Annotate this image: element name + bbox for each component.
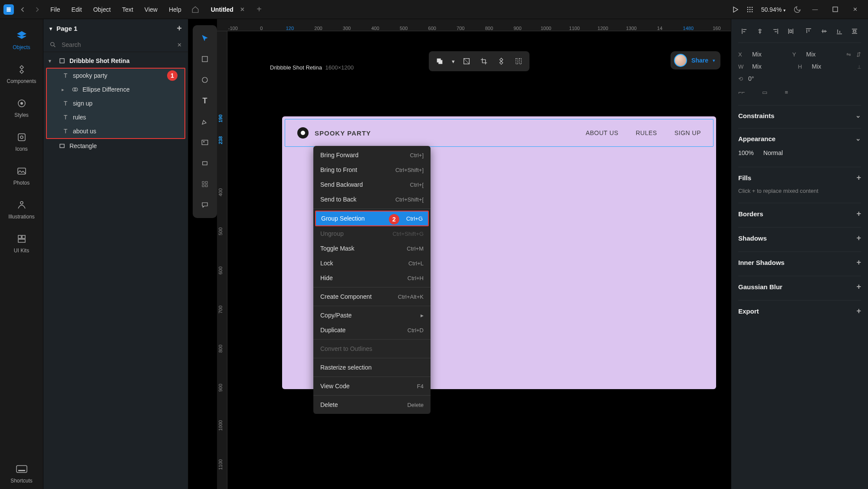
lock-ratio-icon[interactable]: ⟂ — [858, 63, 861, 70]
home-icon[interactable] — [188, 6, 202, 13]
context-menu-item[interactable]: Send BackwardCtrl+[ — [313, 177, 431, 192]
rail-illustrations[interactable]: Illustrations — [0, 194, 43, 225]
align-hcenter-icon[interactable] — [753, 26, 766, 36]
context-menu-item[interactable]: Bring ForwardCtrl+] — [313, 148, 431, 162]
blend-mode-select[interactable]: Normal — [763, 149, 783, 156]
expand-icon[interactable]: ▸ — [62, 87, 68, 93]
context-menu-item[interactable]: Bring to FrontCtrl+Shift+] — [313, 162, 431, 177]
page-selector[interactable]: ▾ Page 1 + — [43, 19, 188, 38]
rotation-input[interactable]: 0° — [748, 75, 861, 82]
layer-item[interactable]: Rectangle — [43, 139, 188, 153]
user-avatar[interactable] — [674, 54, 687, 67]
comment-tool[interactable] — [196, 196, 214, 214]
nav-back-icon[interactable] — [16, 3, 29, 16]
align-bottom-icon[interactable] — [833, 26, 845, 36]
add-border-icon[interactable]: + — [856, 209, 861, 218]
height-input[interactable]: Mix — [812, 63, 853, 70]
width-input[interactable]: Mix — [752, 63, 793, 70]
align-top-icon[interactable] — [802, 26, 815, 36]
rail-shortcuts[interactable]: Shortcuts — [0, 458, 43, 489]
context-menu-item[interactable]: DuplicateCtrl+D — [313, 323, 431, 337]
distribute-v-icon[interactable] — [848, 26, 861, 36]
zoom-level[interactable]: 50.94% ▾ — [761, 6, 786, 13]
opacity-input[interactable]: 100% — [738, 149, 754, 156]
add-shadow-icon[interactable]: + — [856, 234, 861, 243]
context-menu-item[interactable]: Create ComponentCtrl+Alt+K — [313, 289, 431, 304]
layer-search-input[interactable] — [62, 41, 172, 48]
mask-icon[interactable] — [459, 54, 474, 69]
chevron-down-icon[interactable]: ⌄ — [855, 112, 861, 119]
align-right-icon[interactable] — [769, 26, 782, 36]
rail-photos[interactable]: Photos — [0, 160, 43, 191]
add-tab-icon[interactable]: + — [252, 4, 266, 14]
rail-components[interactable]: Components — [0, 58, 43, 89]
crop-icon[interactable] — [477, 54, 491, 69]
rail-styles[interactable]: Styles — [0, 92, 43, 123]
corner-radius-icon[interactable]: ⌐⌐ — [738, 89, 745, 96]
grid-icon[interactable] — [746, 6, 753, 13]
auto-layout-icon[interactable] — [511, 54, 526, 69]
constraints-section[interactable]: Constraints⌄ — [738, 106, 861, 129]
padding-icon[interactable]: ▭ — [762, 89, 767, 96]
context-menu-item[interactable]: View CodeF4 — [313, 379, 431, 393]
add-export-icon[interactable]: + — [856, 307, 861, 316]
share-chip[interactable]: Share ▾ — [671, 51, 720, 69]
context-menu-item[interactable]: HideCtrl+H — [313, 271, 431, 285]
flip-h-icon[interactable]: ⇋ — [846, 51, 851, 58]
context-menu-item[interactable]: DeleteDelete — [313, 397, 431, 412]
frame-name-label[interactable]: Dribbble Shot Retina 1600×1200 — [270, 64, 354, 71]
menu-view[interactable]: View — [140, 3, 162, 16]
layer-item[interactable]: T rules — [47, 110, 184, 124]
component-tool[interactable] — [196, 175, 214, 193]
add-blur-icon[interactable]: + — [856, 282, 861, 291]
clear-search-icon[interactable]: ✕ — [177, 42, 182, 48]
play-icon[interactable] — [732, 6, 739, 13]
dropdown-caret-icon[interactable]: ▾ — [450, 54, 457, 69]
context-menu-item[interactable]: Toggle MaskCtrl+M — [313, 241, 431, 256]
menu-object[interactable]: Object — [89, 3, 115, 16]
theme-toggle-icon[interactable] — [793, 6, 801, 13]
rail-uikits[interactable]: UI Kits — [0, 228, 43, 259]
context-menu-item[interactable]: LockCtrl+L — [313, 256, 431, 271]
boolean-union-icon[interactable] — [432, 54, 447, 69]
layer-item[interactable]: T sign up — [47, 96, 184, 110]
context-menu-item[interactable]: Copy/Paste▸ — [313, 308, 431, 323]
layer-item[interactable]: ▸ Ellipse Difference — [47, 83, 184, 96]
maximize-icon[interactable] — [829, 7, 841, 12]
frame-tool[interactable] — [196, 50, 214, 68]
menu-file[interactable]: File — [46, 3, 65, 16]
add-fill-icon[interactable]: + — [856, 173, 861, 182]
layer-frame-root[interactable]: ▾ Dribbble Shot Retina — [43, 54, 188, 68]
ellipse-tool[interactable] — [196, 71, 214, 89]
flip-v-icon[interactable]: ⇵ — [856, 51, 861, 58]
chevron-down-icon[interactable]: ⌄ — [855, 135, 861, 142]
text-tool[interactable]: T — [196, 92, 214, 109]
image-tool[interactable] — [196, 134, 214, 151]
minimize-icon[interactable]: — — [809, 6, 821, 13]
layer-item[interactable]: T about us — [47, 124, 184, 138]
menu-edit[interactable]: Edit — [67, 3, 86, 16]
rail-icons[interactable]: Icons — [0, 126, 43, 157]
canvas-viewport[interactable]: ▾ Share ▾ Dribbble Shot Retina 1600×1200 — [227, 31, 731, 489]
layer-item[interactable]: T spooky party 1 — [47, 69, 184, 83]
add-inner-shadow-icon[interactable]: + — [856, 258, 861, 267]
artboard-tool[interactable] — [196, 155, 214, 172]
close-tab-icon[interactable]: × — [238, 6, 247, 13]
menu-text[interactable]: Text — [118, 3, 138, 16]
align-vcenter-icon[interactable] — [818, 26, 830, 36]
collapse-icon[interactable]: ▾ — [49, 58, 55, 64]
create-component-icon[interactable] — [494, 54, 509, 69]
nav-forward-icon[interactable] — [31, 3, 43, 16]
align-text-icon[interactable]: ≡ — [785, 89, 788, 96]
pen-tool[interactable] — [196, 113, 214, 130]
align-left-icon[interactable] — [738, 26, 751, 36]
close-window-icon[interactable]: ✕ — [849, 6, 861, 13]
context-menu-item[interactable]: Group Selection2Ctrl+G — [315, 211, 429, 226]
rail-objects[interactable]: Objects — [0, 24, 43, 56]
move-tool[interactable] — [196, 30, 214, 47]
menu-help[interactable]: Help — [164, 3, 186, 16]
add-page-icon[interactable]: + — [177, 23, 182, 33]
y-input[interactable]: Mix — [806, 51, 842, 58]
app-logo[interactable] — [3, 4, 14, 15]
context-menu-item[interactable]: Send to BackCtrl+Shift+[ — [313, 192, 431, 207]
